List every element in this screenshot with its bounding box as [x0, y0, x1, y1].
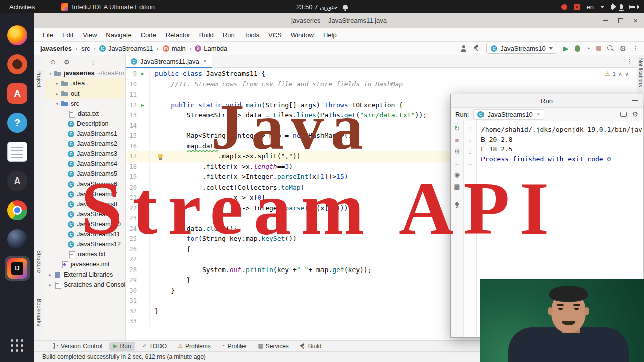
- run-window-header[interactable]: Run: [451, 94, 643, 108]
- close-tab-icon[interactable]: ×: [537, 111, 540, 118]
- pin-icon[interactable]: [454, 202, 460, 208]
- dump-threads-icon[interactable]: ▤: [454, 183, 460, 190]
- project-tree-item[interactable]: ▾javaseries~/IdeaPro: [45, 68, 125, 78]
- archive-manager-launcher[interactable]: A: [5, 169, 30, 193]
- edit-configuration-icon[interactable]: ⚙: [454, 148, 460, 155]
- project-tree-item[interactable]: CJavaStreams10: [45, 219, 125, 229]
- debug-button[interactable]: [575, 45, 580, 52]
- hide-panel-icon[interactable]: ⋮: [90, 59, 96, 65]
- run-gutter-icon[interactable]: ▶: [141, 69, 144, 79]
- toolwindow-button-todo[interactable]: ✓TODO: [138, 342, 171, 351]
- next-problem-icon[interactable]: ∨: [625, 71, 629, 77]
- profiler-button[interactable]: ◔: [586, 45, 590, 52]
- hide-window-icon[interactable]: [632, 100, 638, 101]
- battery-icon[interactable]: [629, 5, 638, 9]
- stripe-structure-label[interactable]: Structure: [36, 250, 42, 273]
- microphone-icon[interactable]: [620, 4, 623, 9]
- settings-gear-icon[interactable]: ⚙: [632, 111, 638, 118]
- toolwindow-button-problems[interactable]: ⚠Problems: [174, 342, 215, 351]
- scroll-to-end-icon[interactable]: ↓: [468, 148, 472, 155]
- editor-tab-javastreams11[interactable]: C JavaStreams11.java ×: [126, 55, 212, 68]
- menu-help[interactable]: Help: [318, 31, 341, 39]
- recording-indicator-icon[interactable]: [561, 4, 567, 10]
- clear-all-icon[interactable]: ≡: [468, 160, 472, 166]
- keyboard-layout-indicator[interactable]: en: [587, 3, 594, 11]
- text-editor-launcher[interactable]: [5, 140, 30, 164]
- firefox-launcher[interactable]: [5, 23, 30, 47]
- locate-file-icon[interactable]: ⊙: [50, 59, 56, 65]
- breadcrumb-javastreams11[interactable]: CJavaStreams11: [98, 45, 154, 52]
- menu-vcs[interactable]: VCS: [264, 31, 286, 39]
- activities-button[interactable]: Activities: [9, 3, 35, 11]
- stripe-project-label[interactable]: Project: [36, 70, 42, 87]
- project-tree-item[interactable]: javaseries.iml: [45, 259, 125, 269]
- inspection-widget[interactable]: ⚠ 1 ∧ ∨: [605, 70, 629, 77]
- volume-icon[interactable]: [611, 5, 613, 9]
- menu-code[interactable]: Code: [136, 31, 161, 39]
- tab-options-icon[interactable]: ⋮: [626, 58, 633, 65]
- project-tree-item[interactable]: CJavaStreams12: [45, 239, 125, 249]
- toolwindow-button-version-control[interactable]: Version Control: [49, 342, 106, 351]
- down-stack-icon[interactable]: ↓: [468, 137, 472, 143]
- project-tree-item[interactable]: CJavaStreams1: [45, 129, 125, 139]
- soft-wrap-icon[interactable]: ≡: [455, 160, 459, 166]
- project-tree-item[interactable]: CJavaStreams3: [45, 149, 125, 159]
- breadcrumb-javaseries[interactable]: javaseries: [39, 45, 73, 52]
- project-tree-item[interactable]: ▸External Libraries: [45, 269, 125, 280]
- menu-edit[interactable]: Edit: [58, 31, 78, 39]
- project-tree-item[interactable]: CDescription: [45, 119, 125, 129]
- code-line[interactable]: 10 //11. Stream rows from csv file and s…: [126, 79, 637, 90]
- focused-app-menu[interactable]: IntelliJ IDEA Ultimate Edition: [61, 3, 155, 11]
- project-tree-item[interactable]: CJavaStreams7: [45, 189, 125, 199]
- breadcrumb-lambda[interactable]: λLambda: [194, 45, 228, 52]
- menu-navigate[interactable]: Navigate: [101, 31, 136, 39]
- up-stack-icon[interactable]: ↑: [468, 125, 472, 132]
- search-everywhere-icon[interactable]: [607, 45, 614, 52]
- stop-icon[interactable]: ■: [455, 137, 459, 143]
- more-options-icon[interactable]: ⋮: [632, 45, 639, 52]
- menu-view[interactable]: View: [78, 31, 101, 39]
- intention-bulb-icon[interactable]: [158, 154, 163, 158]
- intellij-idea-launcher[interactable]: [5, 256, 30, 281]
- toolwindow-button-run[interactable]: ▶Run: [109, 342, 135, 351]
- project-tree-item[interactable]: ▸Scratches and Consoles: [45, 280, 125, 290]
- settings-gear-icon[interactable]: ⚙: [620, 45, 626, 52]
- chrome-launcher[interactable]: [5, 198, 30, 222]
- breadcrumb-main[interactable]: mmain: [162, 45, 187, 52]
- breadcrumb-src[interactable]: src: [80, 45, 91, 52]
- project-tree-item[interactable]: names.txt: [45, 249, 125, 259]
- code-line[interactable]: 9▶public class JavaStreams11 {: [126, 69, 637, 79]
- project-tree-item[interactable]: ▾src: [45, 99, 125, 109]
- user-account-icon[interactable]: [460, 45, 467, 52]
- screen-recorder-icon[interactable]: [574, 4, 580, 10]
- screen-recorder-launcher[interactable]: [5, 52, 30, 76]
- menu-run[interactable]: Run: [218, 31, 239, 39]
- project-tree-item[interactable]: ▸out: [45, 88, 125, 99]
- snapshot-icon[interactable]: ◉: [454, 171, 460, 178]
- run-gutter-icon[interactable]: ▶: [141, 100, 144, 111]
- toolwindow-button-services[interactable]: ▦Services: [254, 342, 292, 351]
- stripe-notifications-label[interactable]: Notifications: [638, 58, 644, 87]
- project-tree-item[interactable]: CJavaStreams5: [45, 169, 125, 179]
- anydesk-launcher[interactable]: A: [5, 81, 30, 106]
- close-tab-icon[interactable]: ×: [203, 58, 207, 65]
- build-hammer-icon[interactable]: [473, 45, 480, 52]
- project-tree-item[interactable]: CJavaStreams11: [45, 229, 125, 239]
- window-title-bar[interactable]: javaseries – JavaStreams11.java ×: [34, 13, 644, 28]
- prev-problem-icon[interactable]: ∧: [618, 71, 622, 77]
- maximize-button[interactable]: [618, 18, 623, 23]
- project-tree-item[interactable]: data.txt: [45, 109, 125, 119]
- menu-file[interactable]: File: [38, 31, 58, 39]
- project-tree-item[interactable]: CJavaStreams8: [45, 199, 125, 209]
- media-player-launcher[interactable]: [5, 227, 30, 251]
- layout-icon[interactable]: [620, 112, 627, 117]
- menu-window[interactable]: Window: [286, 31, 318, 39]
- menu-tools[interactable]: Tools: [239, 31, 264, 39]
- run-configuration-select[interactable]: C JavaStreams10: [486, 43, 557, 54]
- project-tree-item[interactable]: CJavaStreams9: [45, 209, 125, 219]
- run-tab-javastreams10[interactable]: C JavaStreams10 ×: [473, 109, 544, 120]
- stop-button[interactable]: [596, 46, 601, 51]
- stripe-bookmarks-label[interactable]: Bookmarks: [36, 299, 42, 326]
- project-tree-item[interactable]: CJavaStreams4: [45, 159, 125, 169]
- run-button[interactable]: ▶: [564, 45, 569, 52]
